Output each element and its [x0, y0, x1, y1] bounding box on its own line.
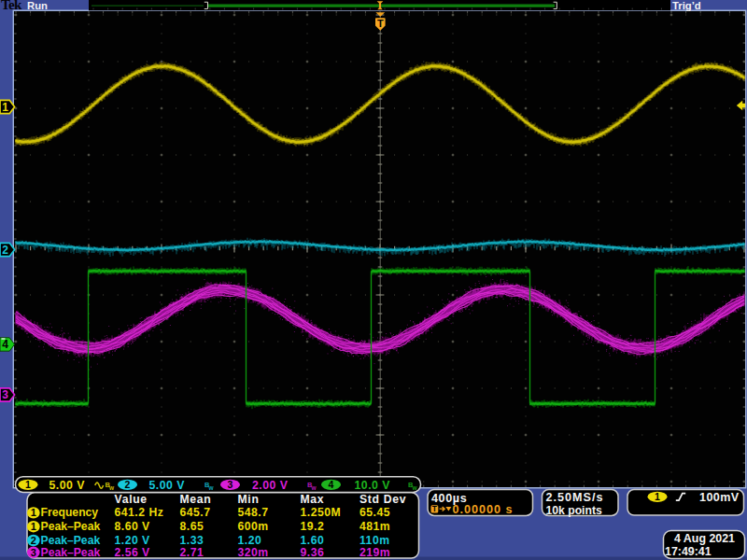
- svg-text:19.2: 19.2: [301, 520, 325, 533]
- svg-text:Peak–Peak: Peak–Peak: [41, 546, 101, 559]
- svg-text:548.7: 548.7: [238, 506, 269, 519]
- svg-text:1: 1: [31, 507, 36, 518]
- svg-text:2: 2: [125, 479, 131, 490]
- svg-text:Run: Run: [27, 0, 48, 11]
- svg-text:9.36: 9.36: [301, 546, 325, 559]
- svg-text:w: w: [108, 484, 115, 491]
- svg-text:T: T: [377, 18, 384, 29]
- svg-text:Max: Max: [301, 493, 325, 506]
- svg-text:600m: 600m: [238, 520, 269, 533]
- svg-text:65.45: 65.45: [359, 506, 390, 519]
- svg-text:4: 4: [329, 479, 334, 490]
- svg-text:4: 4: [2, 338, 8, 351]
- svg-text:3: 3: [228, 479, 233, 490]
- svg-text:2: 2: [2, 244, 8, 257]
- svg-text:w: w: [311, 484, 317, 491]
- svg-text:1: 1: [31, 521, 36, 532]
- svg-text:641.2 Hz: 641.2 Hz: [115, 506, 164, 519]
- svg-text:2.71: 2.71: [180, 546, 204, 559]
- svg-text:3: 3: [2, 388, 8, 401]
- svg-text:2.00 V: 2.00 V: [252, 479, 289, 492]
- svg-text:Trig’d: Trig’d: [672, 0, 701, 11]
- svg-text:2.50MS/s: 2.50MS/s: [546, 491, 604, 504]
- svg-text:8.65: 8.65: [180, 520, 204, 533]
- svg-text:w: w: [208, 484, 215, 491]
- svg-text:Frequency: Frequency: [41, 506, 99, 519]
- svg-text:10.0 V: 10.0 V: [355, 479, 391, 492]
- svg-text:8.60 V: 8.60 V: [115, 520, 151, 533]
- svg-text:Std Dev: Std Dev: [359, 493, 406, 506]
- svg-text:10k points: 10k points: [546, 504, 602, 517]
- svg-text:17:49:41: 17:49:41: [665, 545, 712, 558]
- svg-text:T: T: [432, 504, 438, 513]
- svg-text:2: 2: [31, 535, 36, 546]
- svg-text:1: 1: [655, 491, 660, 502]
- svg-text:Mean: Mean: [180, 493, 212, 506]
- svg-text:219m: 219m: [359, 546, 390, 559]
- svg-text:Min: Min: [238, 493, 260, 506]
- svg-text:481m: 481m: [359, 520, 390, 533]
- svg-text:5.00 V: 5.00 V: [49, 479, 86, 492]
- svg-text:0.00000 s: 0.00000 s: [453, 503, 514, 516]
- svg-text:1: 1: [25, 479, 31, 490]
- svg-text:4 Aug 2021: 4 Aug 2021: [674, 532, 735, 545]
- svg-text:645.7: 645.7: [180, 506, 211, 519]
- svg-text:3: 3: [31, 547, 36, 558]
- svg-text:100mV: 100mV: [699, 491, 740, 504]
- svg-text:1: 1: [2, 101, 8, 114]
- svg-text:320m: 320m: [238, 546, 269, 559]
- svg-text:5.00 V: 5.00 V: [149, 479, 186, 492]
- svg-text:Peak–Peak: Peak–Peak: [41, 520, 101, 533]
- svg-text:w: w: [412, 484, 418, 491]
- svg-text:Value: Value: [115, 493, 148, 506]
- svg-text:2.56 V: 2.56 V: [115, 546, 151, 559]
- svg-text:Tek: Tek: [1, 0, 22, 12]
- svg-text:1.250M: 1.250M: [301, 506, 342, 519]
